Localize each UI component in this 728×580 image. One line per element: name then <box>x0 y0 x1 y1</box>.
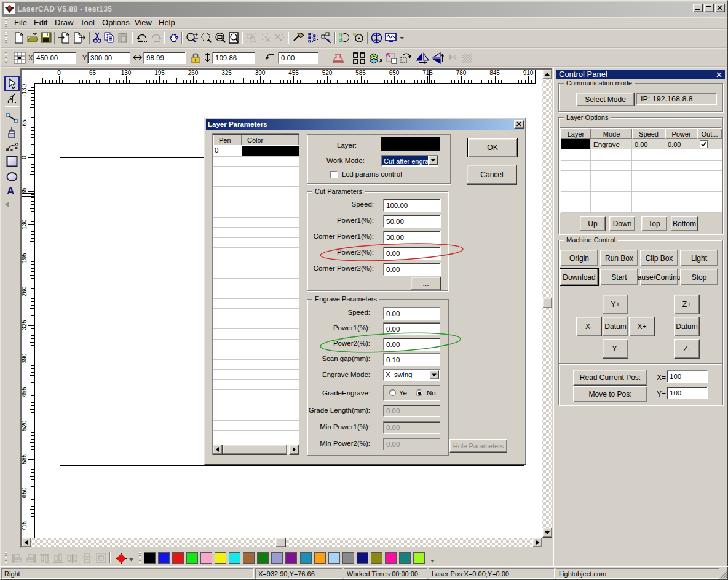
svg-text:715: 715 <box>21 521 28 531</box>
svg-text:65: 65 <box>89 70 97 76</box>
svg-text:585: 585 <box>355 70 366 76</box>
svg-text:845: 845 <box>489 70 500 76</box>
svg-text:715: 715 <box>422 70 433 76</box>
svg-text:390: 390 <box>255 70 266 76</box>
svg-text:520: 520 <box>322 70 333 76</box>
svg-text:520: 520 <box>21 420 28 431</box>
svg-text:910: 910 <box>523 70 534 76</box>
svg-text:0: 0 <box>57 70 61 76</box>
svg-text:325: 325 <box>221 70 232 76</box>
svg-text:585: 585 <box>21 454 28 464</box>
svg-text:260: 260 <box>188 70 199 76</box>
svg-text:650: 650 <box>389 70 400 76</box>
svg-text:455: 455 <box>21 387 28 397</box>
svg-text:0: 0 <box>21 156 28 159</box>
svg-text:130: 130 <box>21 219 28 229</box>
svg-text:130: 130 <box>121 70 132 76</box>
svg-text:195: 195 <box>21 253 28 263</box>
svg-text:650: 650 <box>21 487 28 498</box>
svg-text:390: 390 <box>21 353 28 363</box>
svg-text:325: 325 <box>21 320 28 330</box>
svg-text:-65: -65 <box>21 119 28 129</box>
svg-text:455: 455 <box>288 70 299 76</box>
svg-text:260: 260 <box>21 286 28 296</box>
svg-text:-130: -130 <box>21 84 28 97</box>
svg-text:780: 780 <box>456 70 467 76</box>
svg-text:195: 195 <box>154 70 165 76</box>
